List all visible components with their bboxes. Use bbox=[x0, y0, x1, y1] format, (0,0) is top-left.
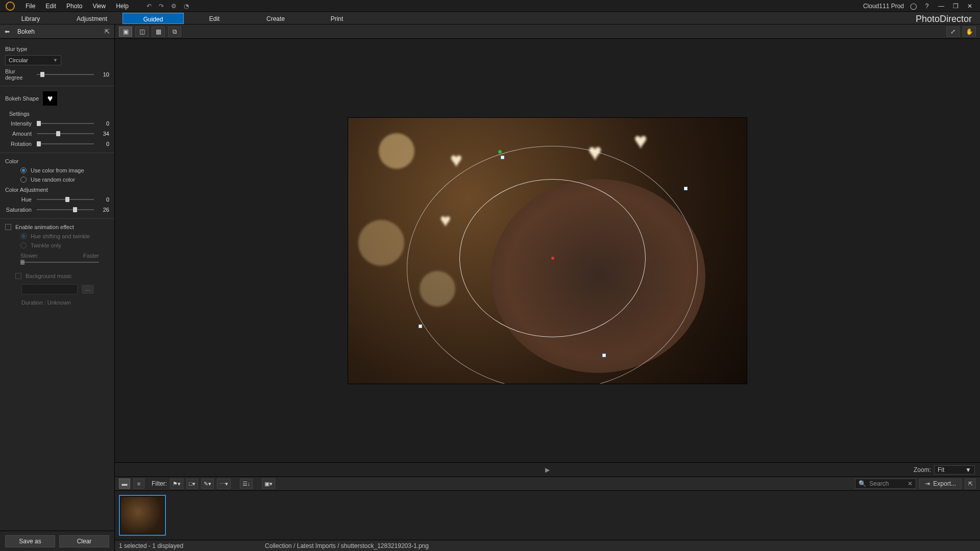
redo-icon[interactable]: ↷ bbox=[159, 3, 164, 10]
undo-icon[interactable]: ↶ bbox=[146, 3, 152, 10]
resize-handle-top[interactable] bbox=[501, 156, 504, 159]
bokeh-shape-label: Bokeh Shape bbox=[5, 95, 39, 102]
blur-degree-slider[interactable] bbox=[37, 71, 94, 78]
faster-label: Faster bbox=[83, 253, 99, 259]
radio-dot-icon bbox=[20, 167, 27, 173]
filmstrip[interactable] bbox=[115, 491, 980, 540]
zoom-select[interactable]: Fit ▼ bbox=[934, 465, 975, 474]
menu-file[interactable]: File bbox=[20, 0, 40, 12]
playback-bar: ▶ Zoom: Fit ▼ bbox=[115, 462, 980, 477]
filter-flag-button[interactable]: ⚑▾ bbox=[170, 479, 183, 489]
save-as-button[interactable]: Save as bbox=[5, 535, 55, 547]
settings-label: Settings bbox=[9, 111, 109, 117]
sort-button[interactable]: ☰↓ bbox=[240, 479, 253, 489]
list-view-button[interactable]: ≡ bbox=[133, 479, 144, 489]
tab-create[interactable]: Create bbox=[245, 13, 306, 24]
photo-preview[interactable]: ♥ ♥ ♥ ♥ bbox=[348, 117, 747, 384]
view-dual-button[interactable]: ⧉ bbox=[168, 27, 181, 37]
resize-handle-left[interactable] bbox=[419, 324, 422, 328]
menu-view[interactable]: View bbox=[87, 0, 111, 12]
amount-slider[interactable] bbox=[37, 130, 94, 137]
help-icon[interactable]: ? bbox=[923, 3, 931, 10]
thumbnail-selected[interactable] bbox=[119, 495, 166, 536]
main-area: ▣ ◫ ▦ ⧉ ⤢ ✋ ♥ ♥ ♥ ♥ bbox=[115, 24, 980, 551]
saturation-slider[interactable] bbox=[37, 206, 94, 213]
radio-color-from-image[interactable]: Use color from image bbox=[20, 167, 109, 173]
blur-type-select[interactable]: Circular ▼ bbox=[5, 55, 61, 65]
resize-handle-bottom[interactable] bbox=[602, 354, 606, 357]
blur-degree-value: 10 bbox=[97, 71, 109, 78]
music-browse-button: … bbox=[82, 285, 94, 294]
filter-edit-button[interactable]: ✎▾ bbox=[201, 479, 214, 489]
zoom-label: Zoom: bbox=[914, 466, 931, 473]
window-close-icon[interactable]: ✕ bbox=[966, 3, 974, 10]
zoom-tool-button[interactable]: ⤢ bbox=[946, 27, 960, 37]
tab-adjustment[interactable]: Adjustment bbox=[61, 13, 122, 24]
slower-label: Slower bbox=[20, 253, 38, 259]
intensity-label: Intensity bbox=[5, 120, 34, 127]
zoom-value: Fit bbox=[938, 466, 944, 473]
blur-type-label: Blur type bbox=[5, 46, 109, 52]
view-compare-button[interactable]: ◫ bbox=[135, 27, 149, 37]
heart-icon: ♥ bbox=[47, 93, 53, 104]
thumb-view-button[interactable]: ▬ bbox=[119, 479, 130, 489]
search-icon: 🔍 bbox=[859, 480, 866, 487]
music-path-input bbox=[21, 284, 78, 294]
chevron-down-icon: ▼ bbox=[965, 466, 971, 473]
search-input[interactable]: 🔍 Search ✕ bbox=[855, 479, 916, 489]
panel-title: Bokeh bbox=[14, 28, 100, 35]
radio-hue-twinkle: Hue shifting and twinkle bbox=[20, 233, 109, 239]
share-button[interactable]: ⇱ bbox=[965, 479, 976, 489]
menu-photo[interactable]: Photo bbox=[61, 0, 87, 12]
window-minimize-icon[interactable]: — bbox=[937, 3, 945, 10]
rotation-slider[interactable] bbox=[37, 140, 94, 147]
notification-bell-icon[interactable]: ◔ bbox=[184, 3, 189, 10]
view-toolbar: ▣ ◫ ▦ ⧉ ⤢ ✋ bbox=[115, 24, 980, 39]
brand-label: PhotoDirector bbox=[368, 13, 980, 24]
pan-tool-button[interactable]: ✋ bbox=[963, 27, 976, 37]
filmstrip-toolbar: ▬ ≡ Filter: ⚑▾ □▾ ✎▾ ⋯▾ ☰↓ ▣▾ 🔍 Search ✕… bbox=[115, 477, 980, 491]
radio-label: Twinkle only bbox=[31, 242, 61, 248]
export-button[interactable]: ⇥ Export... bbox=[919, 479, 962, 489]
center-handle[interactable] bbox=[551, 257, 554, 260]
canvas[interactable]: ♥ ♥ ♥ ♥ bbox=[115, 39, 980, 462]
chevron-down-icon: ▼ bbox=[53, 58, 58, 63]
stack-button[interactable]: ▣▾ bbox=[262, 479, 275, 489]
clear-search-icon[interactable]: ✕ bbox=[908, 480, 913, 487]
panel-popout-icon[interactable]: ⇱ bbox=[100, 28, 114, 35]
radio-random-color[interactable]: Use random color bbox=[20, 177, 109, 183]
menu-help[interactable]: Help bbox=[111, 0, 134, 12]
collection-path: Collection / Latest Imports / shuttersto… bbox=[265, 542, 429, 549]
window-restore-icon[interactable]: ❐ bbox=[951, 3, 960, 10]
tab-print[interactable]: Print bbox=[306, 13, 368, 24]
checkbox-label: Background music bbox=[26, 273, 72, 279]
hue-slider[interactable] bbox=[37, 196, 94, 203]
bokeh-shape-picker[interactable]: ♥ bbox=[43, 91, 57, 106]
magnifier-icon: ⤢ bbox=[950, 28, 955, 35]
filter-rating-button[interactable]: ⋯▾ bbox=[217, 479, 231, 489]
rotate-handle[interactable] bbox=[498, 150, 502, 154]
export-label: Export... bbox=[933, 480, 956, 487]
panel-back-icon[interactable]: ⬅ bbox=[0, 28, 14, 35]
settings-gear-icon[interactable]: ⚙ bbox=[171, 3, 177, 10]
background-music-checkbox: Background music bbox=[15, 273, 109, 279]
radio-dot-icon bbox=[20, 233, 27, 239]
app-logo bbox=[0, 0, 20, 12]
intensity-slider[interactable] bbox=[37, 120, 94, 127]
tab-edit[interactable]: Edit bbox=[184, 13, 245, 24]
search-placeholder: Search bbox=[869, 480, 889, 487]
play-icon[interactable]: ▶ bbox=[545, 466, 550, 473]
clear-button[interactable]: Clear bbox=[59, 535, 109, 547]
filter-label-button[interactable]: □▾ bbox=[186, 479, 198, 489]
tab-guided[interactable]: Guided bbox=[122, 13, 184, 24]
user-avatar-icon[interactable]: ◯ bbox=[910, 3, 917, 10]
user-name[interactable]: Cloud111 Prod bbox=[863, 3, 904, 10]
saturation-value: 26 bbox=[97, 207, 109, 213]
menu-edit[interactable]: Edit bbox=[40, 0, 61, 12]
resize-handle-right[interactable] bbox=[684, 187, 688, 190]
enable-animation-checkbox[interactable]: Enable animation effect bbox=[5, 224, 109, 230]
checkbox-icon bbox=[5, 224, 11, 230]
view-single-button[interactable]: ▣ bbox=[119, 27, 132, 37]
view-grid-button[interactable]: ▦ bbox=[152, 27, 165, 37]
tab-library[interactable]: Library bbox=[0, 13, 61, 24]
